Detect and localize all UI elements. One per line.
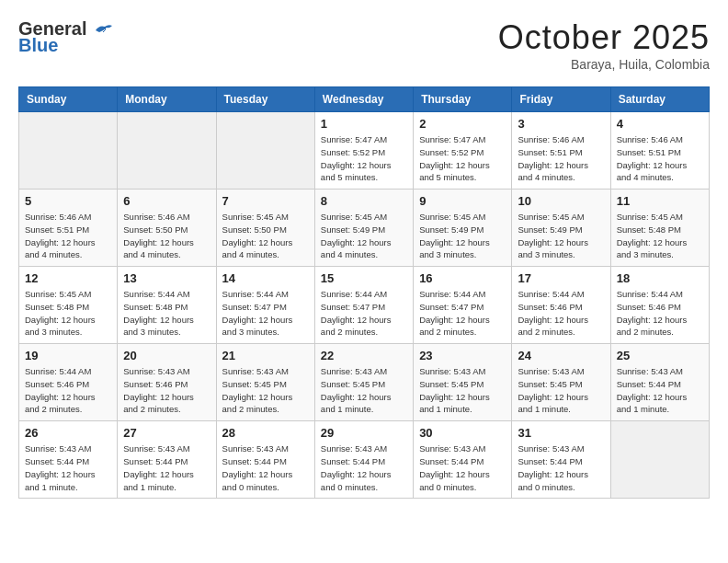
day-number: 31: [518, 426, 604, 440]
calendar-cell: 2Sunrise: 5:47 AM Sunset: 5:52 PM Daylig…: [414, 112, 512, 190]
calendar-cell: 1Sunrise: 5:47 AM Sunset: 5:52 PM Daylig…: [314, 112, 413, 190]
cell-info: Sunrise: 5:45 AM Sunset: 5:48 PM Dayligh…: [25, 288, 111, 339]
calendar-cell: 4Sunrise: 5:46 AM Sunset: 5:51 PM Daylig…: [610, 112, 709, 190]
cell-info: Sunrise: 5:43 AM Sunset: 5:45 PM Dayligh…: [222, 365, 309, 416]
weekday-header-tuesday: Tuesday: [216, 87, 314, 112]
day-number: 24: [518, 349, 604, 362]
cell-info: Sunrise: 5:44 AM Sunset: 5:46 PM Dayligh…: [518, 288, 604, 339]
day-number: 2: [419, 117, 506, 131]
calendar-cell: [610, 421, 709, 499]
day-number: 15: [321, 271, 407, 285]
day-number: 10: [518, 194, 604, 208]
calendar-cell: 15Sunrise: 5:44 AM Sunset: 5:47 PM Dayli…: [314, 267, 413, 344]
weekday-header-sunday: Sunday: [19, 87, 118, 112]
cell-info: Sunrise: 5:44 AM Sunset: 5:48 PM Dayligh…: [123, 288, 210, 339]
calendar-week-row: 1Sunrise: 5:47 AM Sunset: 5:52 PM Daylig…: [19, 112, 710, 190]
day-number: 16: [419, 271, 506, 285]
calendar-cell: 31Sunrise: 5:43 AM Sunset: 5:44 PM Dayli…: [512, 421, 610, 499]
calendar-cell: 19Sunrise: 5:44 AM Sunset: 5:46 PM Dayli…: [19, 344, 118, 421]
day-number: 13: [123, 271, 210, 285]
calendar-cell: 5Sunrise: 5:46 AM Sunset: 5:51 PM Daylig…: [19, 190, 118, 267]
day-number: 29: [321, 426, 407, 440]
day-number: 3: [518, 117, 604, 131]
calendar-week-row: 26Sunrise: 5:43 AM Sunset: 5:44 PM Dayli…: [19, 421, 710, 499]
calendar-cell: 10Sunrise: 5:45 AM Sunset: 5:49 PM Dayli…: [512, 190, 610, 267]
calendar-cell: [216, 112, 314, 190]
calendar-cell: 6Sunrise: 5:46 AM Sunset: 5:50 PM Daylig…: [118, 190, 216, 267]
day-number: 26: [25, 426, 111, 440]
cell-info: Sunrise: 5:45 AM Sunset: 5:49 PM Dayligh…: [321, 211, 407, 261]
day-number: 12: [25, 271, 111, 285]
cell-info: Sunrise: 5:43 AM Sunset: 5:45 PM Dayligh…: [419, 365, 506, 416]
day-number: 25: [617, 349, 703, 362]
day-number: 1: [321, 117, 407, 131]
cell-info: Sunrise: 5:46 AM Sunset: 5:50 PM Dayligh…: [123, 211, 210, 261]
cell-info: Sunrise: 5:45 AM Sunset: 5:50 PM Dayligh…: [222, 211, 309, 261]
cell-info: Sunrise: 5:47 AM Sunset: 5:52 PM Dayligh…: [419, 133, 506, 184]
day-number: 6: [123, 194, 210, 208]
calendar-cell: 27Sunrise: 5:43 AM Sunset: 5:44 PM Dayli…: [118, 421, 216, 499]
cell-info: Sunrise: 5:45 AM Sunset: 5:49 PM Dayligh…: [419, 211, 506, 261]
cell-info: Sunrise: 5:44 AM Sunset: 5:47 PM Dayligh…: [419, 288, 506, 339]
day-number: 17: [518, 271, 604, 285]
cell-info: Sunrise: 5:46 AM Sunset: 5:51 PM Dayligh…: [617, 133, 703, 184]
weekday-header-saturday: Saturday: [610, 87, 709, 112]
weekday-header-row: SundayMondayTuesdayWednesdayThursdayFrid…: [19, 87, 710, 112]
location: Baraya, Huila, Colombia: [498, 57, 710, 72]
weekday-header-thursday: Thursday: [414, 87, 512, 112]
cell-info: Sunrise: 5:43 AM Sunset: 5:45 PM Dayligh…: [321, 365, 407, 416]
cell-info: Sunrise: 5:43 AM Sunset: 5:44 PM Dayligh…: [518, 442, 604, 493]
day-number: 11: [617, 194, 703, 208]
cell-info: Sunrise: 5:44 AM Sunset: 5:47 PM Dayligh…: [222, 288, 309, 339]
calendar-cell: 30Sunrise: 5:43 AM Sunset: 5:44 PM Dayli…: [414, 421, 512, 499]
cell-info: Sunrise: 5:46 AM Sunset: 5:51 PM Dayligh…: [518, 133, 604, 184]
calendar-cell: 17Sunrise: 5:44 AM Sunset: 5:46 PM Dayli…: [512, 267, 610, 344]
calendar-cell: 11Sunrise: 5:45 AM Sunset: 5:48 PM Dayli…: [610, 190, 709, 267]
logo-blue-text: Blue: [18, 35, 58, 56]
cell-info: Sunrise: 5:43 AM Sunset: 5:44 PM Dayligh…: [321, 442, 407, 493]
day-number: 7: [222, 194, 309, 208]
cell-info: Sunrise: 5:43 AM Sunset: 5:46 PM Dayligh…: [123, 365, 210, 416]
calendar-week-row: 5Sunrise: 5:46 AM Sunset: 5:51 PM Daylig…: [19, 190, 710, 267]
day-number: 9: [419, 194, 506, 208]
cell-info: Sunrise: 5:43 AM Sunset: 5:44 PM Dayligh…: [617, 365, 703, 416]
cell-info: Sunrise: 5:47 AM Sunset: 5:52 PM Dayligh…: [321, 133, 407, 184]
calendar-cell: 9Sunrise: 5:45 AM Sunset: 5:49 PM Daylig…: [414, 190, 512, 267]
calendar-cell: 3Sunrise: 5:46 AM Sunset: 5:51 PM Daylig…: [512, 112, 610, 190]
logo: General Blue: [18, 18, 114, 56]
month-title: October 2025: [498, 18, 710, 57]
calendar-cell: 25Sunrise: 5:43 AM Sunset: 5:44 PM Dayli…: [610, 344, 709, 421]
weekday-header-monday: Monday: [118, 87, 216, 112]
calendar-cell: 23Sunrise: 5:43 AM Sunset: 5:45 PM Dayli…: [414, 344, 512, 421]
day-number: 22: [321, 349, 407, 362]
cell-info: Sunrise: 5:43 AM Sunset: 5:44 PM Dayligh…: [123, 442, 210, 493]
cell-info: Sunrise: 5:43 AM Sunset: 5:44 PM Dayligh…: [25, 442, 111, 493]
calendar-cell: 24Sunrise: 5:43 AM Sunset: 5:45 PM Dayli…: [512, 344, 610, 421]
day-number: 8: [321, 194, 407, 208]
cell-info: Sunrise: 5:44 AM Sunset: 5:47 PM Dayligh…: [321, 288, 407, 339]
calendar-cell: [19, 112, 118, 190]
day-number: 23: [419, 349, 506, 362]
day-number: 18: [617, 271, 703, 285]
logo-bird-icon: [94, 23, 114, 38]
calendar-cell: 20Sunrise: 5:43 AM Sunset: 5:46 PM Dayli…: [118, 344, 216, 421]
calendar-cell: 8Sunrise: 5:45 AM Sunset: 5:49 PM Daylig…: [314, 190, 413, 267]
day-number: 4: [617, 117, 703, 131]
cell-info: Sunrise: 5:43 AM Sunset: 5:44 PM Dayligh…: [419, 442, 506, 493]
title-block: October 2025 Baraya, Huila, Colombia: [498, 18, 710, 72]
cell-info: Sunrise: 5:43 AM Sunset: 5:45 PM Dayligh…: [518, 365, 604, 416]
day-number: 28: [222, 426, 309, 440]
calendar-cell: 14Sunrise: 5:44 AM Sunset: 5:47 PM Dayli…: [216, 267, 314, 344]
calendar-cell: 21Sunrise: 5:43 AM Sunset: 5:45 PM Dayli…: [216, 344, 314, 421]
cell-info: Sunrise: 5:45 AM Sunset: 5:49 PM Dayligh…: [518, 211, 604, 261]
page-header: General Blue October 2025 Baraya, Huila,…: [18, 18, 710, 72]
calendar-week-row: 19Sunrise: 5:44 AM Sunset: 5:46 PM Dayli…: [19, 344, 710, 421]
cell-info: Sunrise: 5:45 AM Sunset: 5:48 PM Dayligh…: [617, 211, 703, 261]
cell-info: Sunrise: 5:44 AM Sunset: 5:46 PM Dayligh…: [25, 365, 111, 416]
calendar-table: SundayMondayTuesdayWednesdayThursdayFrid…: [18, 86, 710, 499]
day-number: 21: [222, 349, 309, 362]
calendar-cell: 26Sunrise: 5:43 AM Sunset: 5:44 PM Dayli…: [19, 421, 118, 499]
calendar-cell: 18Sunrise: 5:44 AM Sunset: 5:46 PM Dayli…: [610, 267, 709, 344]
calendar-cell: 22Sunrise: 5:43 AM Sunset: 5:45 PM Dayli…: [314, 344, 413, 421]
calendar-cell: [118, 112, 216, 190]
